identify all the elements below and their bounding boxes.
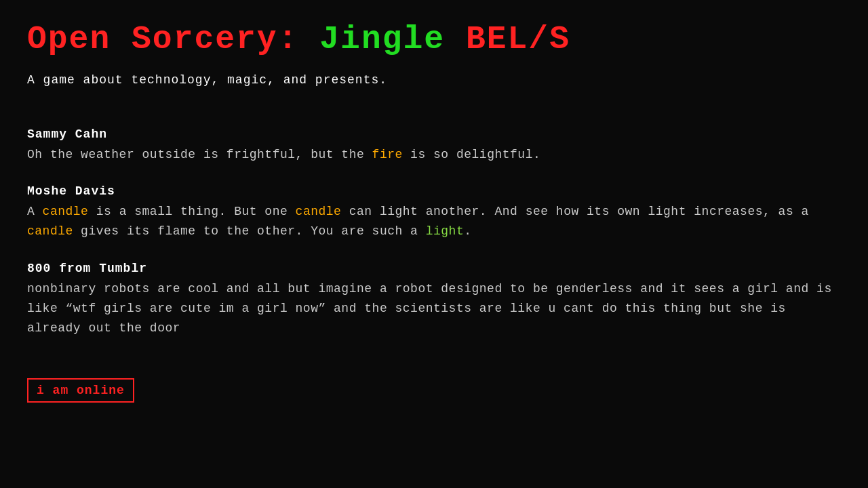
title-open-sorcery: Open Sorcery: (27, 21, 319, 58)
highlight-fire: fire (372, 148, 403, 161)
title-jingle: Jingle (319, 21, 466, 58)
speaker-sammy-cahn: Sammy Cahn (27, 127, 841, 141)
highlight-light: light (426, 224, 465, 238)
quote-moshe-davis: A candle is a small thing. But one candl… (27, 202, 841, 241)
section-sammy-cahn: Sammy Cahn Oh the weather outside is fri… (27, 127, 841, 165)
speaker-moshe-davis: Moshe Davis (27, 184, 841, 198)
quote-sammy-cahn: Oh the weather outside is frightful, but… (27, 145, 841, 165)
title-bels: BEL/S (466, 21, 570, 58)
section-800-tumblr: 800 from Tumblr nonbinary robots are coo… (27, 262, 841, 338)
game-title: Open Sorcery: Jingle BEL/S A game about … (27, 20, 841, 87)
game-subtitle: A game about technology, magic, and pres… (27, 73, 841, 87)
highlight-candle-3: candle (27, 224, 73, 238)
section-moshe-davis: Moshe Davis A candle is a small thing. B… (27, 184, 841, 241)
quote-800-tumblr: nonbinary robots are cool and all but im… (27, 279, 841, 338)
online-button[interactable]: i am online (27, 378, 134, 403)
speaker-800-tumblr: 800 from Tumblr (27, 262, 841, 275)
highlight-candle-1: candle (43, 205, 89, 218)
highlight-candle-2: candle (296, 205, 342, 218)
